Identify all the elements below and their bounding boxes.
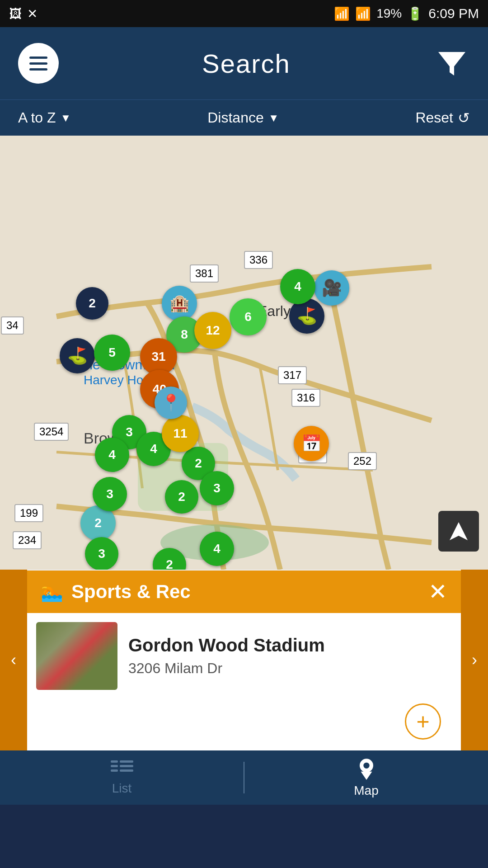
category-title-row: 🏊 Sports & Rec xyxy=(41,581,191,603)
sort-az-label: A to Z xyxy=(18,109,56,126)
cluster-marker-4-top[interactable]: 4 xyxy=(280,269,315,304)
road-label-317: 317 xyxy=(278,366,307,384)
category-title: Sports & Rec xyxy=(71,581,191,603)
map-pin-icon xyxy=(355,757,378,780)
venue-add-button[interactable]: + xyxy=(405,703,441,740)
road-label-199: 199 xyxy=(14,504,43,522)
road-label-3254: 3254 xyxy=(34,423,69,441)
wifi-icon: 📶 xyxy=(334,6,350,21)
venue-name: Gordon Wood Stadium xyxy=(128,635,452,656)
svg-rect-7 xyxy=(111,769,118,772)
svg-rect-6 xyxy=(111,765,118,767)
svg-rect-9 xyxy=(120,765,133,767)
battery-label: 19% xyxy=(376,6,402,21)
road-label-381: 381 xyxy=(190,264,219,283)
venue-address: 3206 Milam Dr xyxy=(128,660,452,677)
nav-map-label: Map xyxy=(354,783,378,798)
system-icons: 📶 📶 19% 🔋 6:09 PM xyxy=(334,6,479,21)
filter-icon xyxy=(436,47,468,79)
category-prev-button[interactable]: ‹ xyxy=(0,570,27,750)
cluster-marker-4-left[interactable]: 4 xyxy=(95,438,129,472)
road-label-316: 316 xyxy=(291,389,320,407)
category-sports-icon: 🏊 xyxy=(41,581,63,603)
camera-marker[interactable]: 🎥 xyxy=(314,270,349,306)
image-icon: 🖼 xyxy=(9,6,22,21)
road-label-34: 34 xyxy=(1,316,24,335)
reset-icon: ↺ xyxy=(458,109,470,127)
cluster-marker-5[interactable]: 5 xyxy=(94,335,130,371)
category-card: 🏊 Sports & Rec ✕ Gordon Wood Stadium 320… xyxy=(27,570,461,750)
close-icon: ✕ xyxy=(27,6,38,21)
venue-info: Gordon Wood Stadium 3206 Milam Dr xyxy=(128,635,452,677)
location-button[interactable] xyxy=(438,511,479,552)
category-close-button[interactable]: ✕ xyxy=(428,580,447,603)
nav-list-button[interactable]: List xyxy=(0,750,244,805)
road-label-336: 336 xyxy=(244,251,273,269)
golf-marker-1[interactable]: ⛳ xyxy=(60,338,95,373)
category-card-container: ‹ 🏊 Sports & Rec ✕ Gordon Wood Stadium 3… xyxy=(0,570,488,750)
pin-marker[interactable]: 📍 xyxy=(155,387,187,419)
cluster-marker-6[interactable]: 6 xyxy=(230,298,267,335)
road-label-252: 252 xyxy=(348,452,377,470)
sort-distance-label: Distance xyxy=(207,109,264,126)
menu-button[interactable] xyxy=(18,43,59,84)
svg-marker-4 xyxy=(450,522,468,540)
status-icons: 🖼 ✕ xyxy=(9,6,38,21)
map-view[interactable]: 336 381 317 316 315 3254 234 34 252 199 … xyxy=(0,136,488,570)
calendar-marker[interactable]: 📅 xyxy=(294,426,329,461)
signal-icon: 📶 xyxy=(355,6,371,21)
svg-rect-5 xyxy=(111,760,118,763)
status-bar: 🖼 ✕ 📶 📶 19% 🔋 6:09 PM xyxy=(0,0,488,27)
sort-az-arrow: ▼ xyxy=(61,112,71,124)
sort-distance-button[interactable]: Distance ▼ xyxy=(207,109,279,126)
venue-image xyxy=(36,622,117,690)
sort-distance-arrow: ▼ xyxy=(268,112,279,124)
cluster-marker-3-b[interactable]: 3 xyxy=(200,471,234,505)
sort-az-button[interactable]: A to Z ▼ xyxy=(18,109,71,126)
cluster-marker-3-d[interactable]: 3 xyxy=(85,537,118,570)
nav-map-button[interactable]: Map xyxy=(244,750,488,805)
battery-icon: 🔋 xyxy=(407,6,423,21)
hamburger-icon xyxy=(29,57,47,71)
page-title: Search xyxy=(202,48,291,79)
svg-marker-13 xyxy=(361,772,372,780)
svg-rect-10 xyxy=(120,769,133,772)
app-header: Search xyxy=(0,27,488,99)
category-next-button[interactable]: › xyxy=(461,570,488,750)
svg-marker-0 xyxy=(438,52,465,75)
cluster-marker-4-bottom[interactable]: 4 xyxy=(200,532,234,566)
cluster-marker-2-lower[interactable]: 2 xyxy=(165,480,198,514)
list-icon xyxy=(111,760,133,778)
svg-rect-8 xyxy=(120,760,133,763)
reset-label: Reset xyxy=(415,109,453,126)
venue-image-inner xyxy=(36,622,117,690)
cluster-marker-12[interactable]: 12 xyxy=(194,312,231,349)
svg-point-12 xyxy=(363,763,369,769)
nav-list-label: List xyxy=(112,781,132,796)
bottom-navigation: List Map xyxy=(0,750,488,805)
add-icon: + xyxy=(416,708,429,735)
category-header: 🏊 Sports & Rec ✕ xyxy=(27,571,461,613)
road-label-234: 234 xyxy=(13,531,42,549)
cluster-marker-11[interactable]: 11 xyxy=(162,415,199,452)
cluster-marker-3-c[interactable]: 3 xyxy=(93,477,127,511)
location-arrow-icon xyxy=(447,520,470,542)
sort-bar: A to Z ▼ Distance ▼ Reset ↺ xyxy=(0,99,488,136)
reset-button[interactable]: Reset ↺ xyxy=(415,109,470,127)
cluster-marker-2-navy[interactable]: 2 xyxy=(76,287,108,320)
hotel-marker[interactable]: 🏨 xyxy=(162,286,197,321)
time-display: 6:09 PM xyxy=(428,6,479,21)
venue-card[interactable]: Gordon Wood Stadium 3206 Milam Dr xyxy=(27,613,461,699)
filter-button[interactable] xyxy=(434,45,470,81)
